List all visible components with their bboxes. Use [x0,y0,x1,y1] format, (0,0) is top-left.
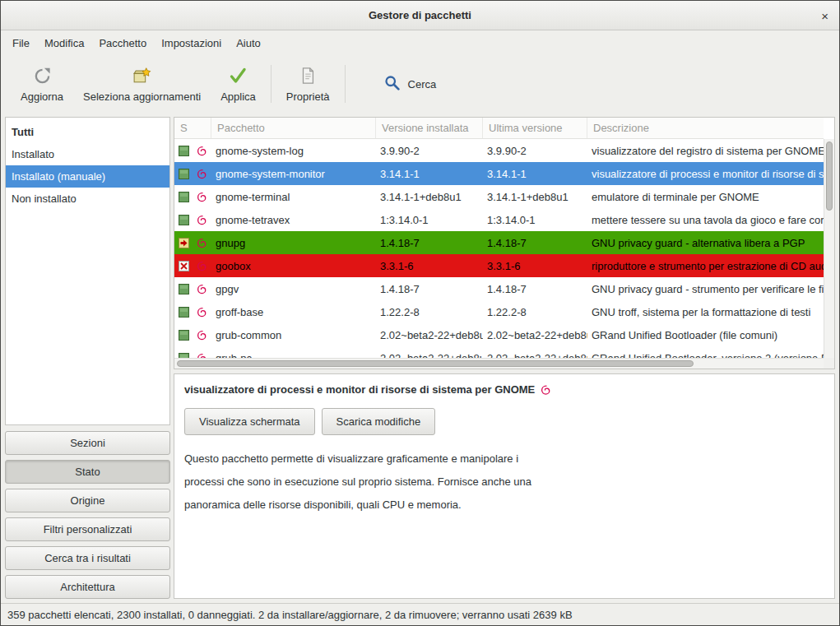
horizontal-scrollbar[interactable] [174,358,824,369]
package-row-goobox[interactable]: goobox3.3.1-63.3.1-6riproduttore e strum… [174,254,824,277]
package-long-description: Questo pacchetto permette di visualizzar… [184,447,824,517]
installed-version: 3.9.90-2 [376,145,483,157]
window-close-button[interactable]: × [821,9,828,21]
reload-button[interactable]: Aggiorna [11,62,73,106]
package-status-installed-icon [179,192,189,202]
debian-swirl-icon [197,215,207,225]
installed-version: 3.14.1-1 [376,168,483,180]
filter-item-installato-manuale-[interactable]: Installato (manuale) [6,165,169,188]
reload-icon [33,65,52,86]
menu-aiuto[interactable]: Aiuto [229,33,268,53]
package-description: riproduttore e strumento per estrazione … [587,260,824,272]
package-row-gpgv[interactable]: gpgv1.4.18-71.4.18-7GNU privacy guard - … [174,277,824,300]
column-header-package[interactable]: Pacchetto [211,118,376,138]
menu-modifica[interactable]: Modifica [37,33,91,53]
menu-impostazioni[interactable]: Impostazioni [154,33,229,53]
package-status-installed-icon [179,169,189,179]
sidebar-button-sezioni[interactable]: Sezioni [5,431,170,455]
package-name: gpgv [211,283,376,295]
package-name: gnome-terminal [211,191,376,203]
latest-version: 2.02~beta2-22+deb8u1 [483,329,587,341]
latest-version: 1:3.14.0-1 [483,214,587,226]
properties-button[interactable]: Proprietà [276,62,340,106]
package-name: gnome-system-log [211,145,376,157]
sidebar-button-origine[interactable]: Origine [5,489,170,512]
synaptic-window: Gestore di pacchetti × FileModificaPacch… [0,0,840,626]
column-header-status[interactable]: S [174,118,211,138]
package-description: GNU privacy guard - alternativa libera a… [587,237,824,249]
package-row-gnome-system-monitor[interactable]: gnome-system-monitor3.14.1-13.14.1-1visu… [174,162,824,185]
sidebar-button-filtri-personalizzati[interactable]: Filtri personalizzati [5,517,170,541]
latest-version: 3.9.90-2 [483,145,587,157]
package-description: mettere tessere su una tavola da gioco e… [587,214,824,226]
search-button[interactable]: Cerca [369,66,452,102]
installed-version: 1:3.14.0-1 [376,214,483,226]
table-body: gnome-system-log3.9.90-23.9.90-2visualiz… [174,139,824,369]
download-changelog-button[interactable]: Scarica modifiche [322,408,436,435]
description-line: processi che sono in esecuzione sul prop… [184,471,824,494]
debian-swirl-icon [197,284,207,294]
package-details-title-text: visualizzatore di processi e monitor di … [184,383,535,396]
window-title: Gestore di pacchetti [369,9,471,21]
debian-swirl-icon [197,330,207,341]
package-row-gnome-system-log[interactable]: gnome-system-log3.9.90-23.9.90-2visualiz… [174,139,824,162]
package-description: visualizzatore del registro di sistema p… [587,145,824,157]
latest-version: 1.22.2-8 [483,306,587,318]
table-header-row: S Pacchetto Versione installata Ultima v… [174,118,824,139]
sidebar-button-architettura[interactable]: Architettura [5,575,170,599]
properties-label: Proprietà [286,90,330,103]
description-line: Questo pacchetto permette di visualizzar… [184,447,824,471]
filter-item-tutti[interactable]: Tutti [6,121,169,143]
package-description: visualizzatore di processi e monitor di … [587,168,824,180]
vertical-scrollbar[interactable] [824,139,834,358]
apply-button[interactable]: Applica [211,62,266,106]
latest-version: 3.14.1-1 [483,168,587,180]
latest-version: 1.4.18-7 [483,237,587,249]
debian-swirl-icon [197,169,207,179]
latest-version: 3.14.1-1+deb8u1 [483,191,587,203]
latest-version: 1.4.18-7 [483,283,587,295]
search-icon [383,74,401,94]
filter-item-non-installato[interactable]: Non installato [6,188,169,210]
debian-swirl-icon [197,238,207,248]
installed-version: 1.4.18-7 [376,283,483,295]
package-status-installed-icon [179,284,189,294]
package-name: grub-common [211,329,376,341]
package-row-groff-base[interactable]: groff-base1.22.2-81.22.2-8GNU troff, sis… [174,300,824,323]
mark-upgrades-icon [132,65,152,86]
column-header-description[interactable]: Descrizione [587,118,824,138]
details-buttons: Visualizza schermata Scarica modifiche [184,408,824,435]
statusbar: 359 pacchetti elencati, 2300 installati,… [1,603,839,625]
package-name: gnupg [211,237,376,249]
menu-pacchetto[interactable]: Pacchetto [91,33,154,53]
menu-file[interactable]: File [5,33,37,53]
view-screenshot-button[interactable]: Visualizza schermata [184,408,315,435]
toolbar: Aggiorna Seleziona aggiornamenti Applica… [1,55,839,113]
mark-all-upgrades-button[interactable]: Seleziona aggiornamenti [73,62,211,106]
package-row-grub-common[interactable]: grub-common2.02~beta2-22+deb8u12.02~beta… [174,323,824,346]
installed-version: 1.4.18-7 [376,237,483,249]
column-header-latest-version[interactable]: Ultima versione [483,118,587,138]
description-line: panoramica delle risorse disponibili, qu… [184,494,824,517]
package-description: GNU privacy guard - strumento per verifi… [587,283,824,295]
vertical-scrollbar-thumb[interactable] [826,141,833,211]
package-row-gnome-tetravex[interactable]: gnome-tetravex1:3.14.0-11:3.14.0-1metter… [174,208,824,231]
debian-swirl-icon [197,307,207,318]
sidebar-button-cerca-tra-i-risultati[interactable]: Cerca tra i risultati [5,546,170,570]
package-table: S Pacchetto Versione installata Ultima v… [174,117,835,369]
apply-label: Applica [220,90,256,103]
filter-mode-buttons: SezioniStatoOrigineFiltri personalizzati… [5,431,170,599]
sidebar-button-stato[interactable]: Stato [5,460,170,484]
package-status-remove-icon [179,261,189,271]
filter-item-installato[interactable]: Installato [6,143,169,165]
package-row-gnome-terminal[interactable]: gnome-terminal3.14.1-1+deb8u13.14.1-1+de… [174,185,824,208]
package-name: gnome-tetravex [211,214,376,226]
column-header-installed-version[interactable]: Versione installata [376,118,483,138]
debian-swirl-icon [197,261,207,271]
sidebar: TuttiInstallatoInstallato (manuale)Non i… [5,117,170,599]
package-description: GRand Unified Bootloader (file comuni) [587,329,824,341]
package-status-upgrade-icon [179,238,189,248]
package-row-gnupg[interactable]: gnupg1.4.18-71.4.18-7GNU privacy guard -… [174,231,824,254]
debian-swirl-icon [541,384,551,395]
horizontal-scrollbar-thumb[interactable] [177,360,694,367]
